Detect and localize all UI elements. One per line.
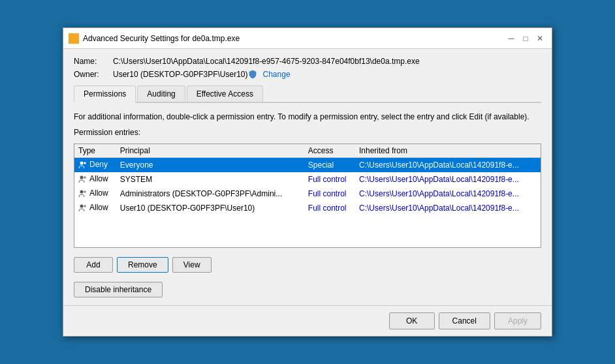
cell-inherited: C:\Users\User10\AppData\Local\142091f8-e… [355,201,541,215]
advanced-security-window: Advanced Security Settings for de0a.tmp.… [63,27,552,337]
disable-inheritance-button[interactable]: Disable inheritance [74,282,163,297]
owner-label: Owner: [74,70,113,79]
permission-entries-label: Permission entries: [74,128,541,137]
svg-point-4 [80,190,84,193]
cell-access: Full control [304,172,355,187]
cell-inherited: C:\Users\User10\AppData\Local\142091f8-e… [355,187,541,201]
tab-auditing[interactable]: Auditing [137,85,185,102]
cell-type: Allow [74,187,116,201]
svg-point-6 [80,204,84,207]
type-value: Allow [89,174,108,183]
name-row: Name: C:\Users\User10\AppData\Local\1420… [74,57,541,66]
cell-principal: Administrators (DESKTOP-G0PF3PF\Admini..… [116,187,304,201]
cell-principal: Everyone [116,158,304,172]
shield-icon [248,70,257,79]
type-value: Allow [89,203,108,212]
table-row[interactable]: DenyEveryoneSpecialC:\Users\User10\AppDa… [74,158,541,172]
cell-type: Deny [74,158,116,172]
user-group-icon [78,160,87,170]
add-button[interactable]: Add [74,257,113,273]
minimize-button[interactable]: ─ [505,32,518,45]
owner-row: Owner: User10 (DESKTOP-G0PF3PF\User10) C… [74,70,541,79]
remove-button[interactable]: Remove [117,257,168,273]
svg-point-7 [84,205,86,207]
table-row[interactable]: AllowAdministrators (DESKTOP-G0PF3PF\Adm… [74,187,541,201]
tab-bar: Permissions Auditing Effective Access [74,85,541,103]
cell-inherited: C:\Users\User10\AppData\Local\142091f8-e… [355,158,541,172]
type-value: Deny [89,160,108,169]
title-bar: Advanced Security Settings for de0a.tmp.… [63,28,552,49]
close-button[interactable]: ✕ [533,32,546,45]
col-inherited: Inherited from [355,144,541,158]
cell-type: Allow [74,201,116,215]
svg-point-1 [84,162,86,164]
cell-access: Full control [304,201,355,215]
user-group-icon [78,175,87,184]
cell-principal: SYSTEM [116,172,304,187]
cell-access: Special [304,158,355,172]
title-bar-controls: ─ □ ✕ [505,32,546,45]
maximize-button[interactable]: □ [519,32,532,45]
apply-button[interactable]: Apply [494,312,541,329]
table-row[interactable]: AllowSYSTEMFull controlC:\Users\User10\A… [74,172,541,187]
description-text: For additional information, double-click… [74,112,541,121]
svg-point-0 [80,162,84,165]
permission-table: Type Principal Access Inherited from Den… [74,144,541,215]
user-group-icon [78,189,87,198]
svg-point-2 [80,175,84,179]
action-buttons: Add Remove View [74,257,541,273]
cell-access: Full control [304,187,355,201]
tab-effective-access[interactable]: Effective Access [187,85,263,102]
footer-buttons: OK Cancel Apply [63,305,552,336]
window-title: Advanced Security Settings for de0a.tmp.… [83,34,505,43]
tab-permissions[interactable]: Permissions [74,85,136,103]
col-type: Type [74,144,116,158]
ok-button[interactable]: OK [389,312,435,329]
user-group-icon [78,204,87,213]
cell-inherited: C:\Users\User10\AppData\Local\142091f8-e… [355,172,541,187]
col-access: Access [304,144,355,158]
type-value: Allow [89,189,108,198]
col-principal: Principal [116,144,304,158]
disable-inheritance-row: Disable inheritance [74,282,541,297]
cancel-button[interactable]: Cancel [439,312,490,329]
owner-value: User10 (DESKTOP-G0PF3PF\User10) [113,70,248,79]
table-row[interactable]: AllowUser10 (DESKTOP-G0PF3PF\User10)Full… [74,201,541,215]
permission-table-container: Type Principal Access Inherited from Den… [74,144,541,248]
cell-principal: User10 (DESKTOP-G0PF3PF\User10) [116,201,304,215]
name-label: Name: [74,57,113,66]
main-content: Name: C:\Users\User10\AppData\Local\1420… [63,49,552,305]
name-value: C:\Users\User10\AppData\Local\142091f8-e… [113,57,420,66]
cell-type: Allow [74,172,116,187]
change-link[interactable]: Change [263,70,291,79]
svg-point-5 [84,190,86,193]
view-button[interactable]: View [172,257,212,273]
window-icon [69,33,79,44]
svg-point-3 [84,176,86,179]
